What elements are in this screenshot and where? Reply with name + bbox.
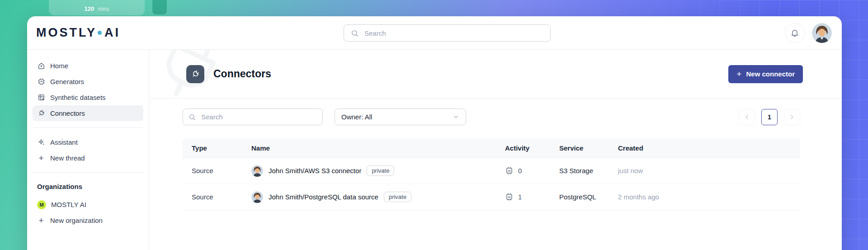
plug-icon: [189, 67, 202, 80]
main-panel: Connectors + New connector Owner: All: [149, 50, 842, 250]
bell-icon: [790, 28, 799, 38]
table-header-row: Type Name Activity Service Created: [183, 139, 800, 158]
filter-row: Owner: All 1: [183, 108, 800, 125]
connector-name: John Smith/PostgreSQL data source: [269, 193, 378, 201]
activity-count: 0: [518, 167, 522, 175]
column-header-service: Service: [550, 144, 609, 152]
sidebar-divider: [33, 127, 143, 128]
logo-text-left: MOSTLY: [36, 26, 97, 40]
sidebar-item-generators[interactable]: AI Generators: [33, 74, 143, 90]
search-icon: [350, 29, 359, 37]
column-header-activity: Activity: [496, 144, 550, 152]
plug-icon: [37, 109, 45, 118]
organization-badge: M: [37, 200, 46, 209]
chevron-right-icon: [788, 113, 796, 121]
sidebar-item-label: Home: [50, 62, 68, 70]
table-row[interactable]: Source John Smith/AWS S3 connector priva…: [183, 158, 800, 184]
user-avatar[interactable]: [812, 23, 832, 43]
sidebar-item-label: New organization: [50, 217, 103, 224]
sidebar-item-connectors[interactable]: Connectors: [33, 105, 143, 121]
sidebar-item-label: New thread: [50, 154, 85, 162]
chevron-down-icon: [453, 113, 459, 120]
chevron-left-icon: [743, 113, 750, 121]
activity-count: 1: [518, 193, 522, 201]
connectors-page-icon: [186, 65, 204, 83]
minutes-unit: mins: [98, 6, 109, 12]
owner-filter-select[interactable]: Owner: All: [335, 108, 466, 125]
sidebar-item-label: Synthetic datasets: [50, 94, 106, 101]
previous-page-button[interactable]: [739, 109, 755, 125]
global-search[interactable]: [344, 24, 551, 42]
organization-name: MOSTLY AI: [51, 201, 86, 208]
mostly-ai-logo: MOSTLY AI: [36, 26, 120, 40]
avatar-image: [812, 23, 832, 43]
background-square-decor: [152, 0, 167, 14]
global-search-input[interactable]: [363, 29, 544, 38]
next-page-button[interactable]: [784, 109, 800, 125]
plus-icon: +: [736, 70, 741, 78]
background-minutes-badge: 120 mins: [49, 0, 145, 15]
organizations-section-label: Organizations: [33, 179, 143, 197]
sidebar-divider: [33, 172, 143, 173]
connector-search-input[interactable]: [200, 113, 317, 121]
new-connector-label: New connector: [746, 70, 795, 78]
page-content: Owner: All 1: [149, 99, 842, 210]
sidebar-item-label: Connectors: [50, 109, 85, 117]
name-cell: John Smith/AWS S3 connector private: [242, 165, 496, 177]
column-header-type: Type: [183, 144, 242, 152]
ai-chip-icon: AI: [37, 78, 45, 86]
page-title: Connectors: [213, 68, 271, 80]
connector-name: John Smith/AWS S3 connector: [269, 167, 361, 175]
top-bar-actions: [785, 23, 832, 43]
sidebar-item-label: Assistant: [50, 138, 78, 146]
top-bar: MOSTLY AI: [27, 16, 842, 50]
page-header: Connectors + New connector: [149, 50, 842, 99]
table-row[interactable]: Source John Smith/PostgreSQL data source…: [183, 184, 800, 210]
service-cell: S3 Storage: [550, 167, 609, 175]
column-header-name: Name: [242, 144, 496, 152]
name-cell: John Smith/PostgreSQL data source privat…: [242, 191, 496, 203]
svg-text:AI: AI: [40, 80, 42, 83]
pagination: 1: [739, 109, 800, 125]
sidebar-item-new-thread[interactable]: + New thread: [33, 150, 143, 166]
ai-chip-icon: AI: [505, 193, 514, 201]
sidebar: Home AI Generators Synthetic datasets Co…: [27, 50, 149, 250]
svg-text:AI: AI: [508, 196, 511, 198]
minutes-value: 120: [84, 5, 94, 12]
sidebar-item-assistant[interactable]: Assistant: [33, 134, 143, 150]
created-cell: just now: [609, 167, 800, 175]
service-cell: PostgreSQL: [550, 193, 609, 201]
logo-dot-icon: [98, 31, 102, 35]
app-body: Home AI Generators Synthetic datasets Co…: [27, 50, 842, 250]
sidebar-item-label: Generators: [50, 78, 84, 85]
column-header-created: Created: [609, 144, 800, 152]
plus-icon: +: [37, 154, 45, 162]
connector-search[interactable]: [183, 108, 323, 125]
type-cell: Source: [183, 193, 242, 201]
notifications-button[interactable]: [785, 23, 805, 43]
home-icon: [37, 62, 45, 70]
app-window: MOSTLY AI: [27, 16, 842, 250]
activity-cell: AI 1: [496, 193, 550, 201]
ai-chip-icon: AI: [505, 166, 514, 175]
visibility-badge: private: [367, 165, 394, 176]
sidebar-item-synthetic-datasets[interactable]: Synthetic datasets: [33, 90, 143, 105]
sidebar-item-new-organization[interactable]: + New organization: [33, 212, 143, 228]
sparkles-icon: [37, 138, 45, 146]
search-icon: [189, 113, 196, 121]
type-cell: Source: [183, 167, 242, 175]
sidebar-item-home[interactable]: Home: [33, 58, 143, 74]
activity-cell: AI 0: [496, 166, 550, 175]
dataset-table-icon: [37, 94, 45, 102]
new-connector-button[interactable]: + New connector: [728, 65, 803, 83]
owner-filter-value: Owner: All: [341, 113, 372, 121]
connectors-table: Type Name Activity Service Created Sourc…: [183, 139, 800, 210]
sidebar-item-organization-mostly-ai[interactable]: M MOSTLY AI: [33, 197, 143, 212]
current-page-button[interactable]: 1: [761, 109, 778, 125]
owner-avatar: [251, 165, 263, 177]
created-cell: 2 months ago: [609, 193, 800, 201]
svg-text:AI: AI: [508, 170, 511, 172]
owner-avatar: [251, 191, 263, 203]
visibility-badge: private: [384, 192, 411, 202]
logo-text-right: AI: [104, 26, 120, 40]
